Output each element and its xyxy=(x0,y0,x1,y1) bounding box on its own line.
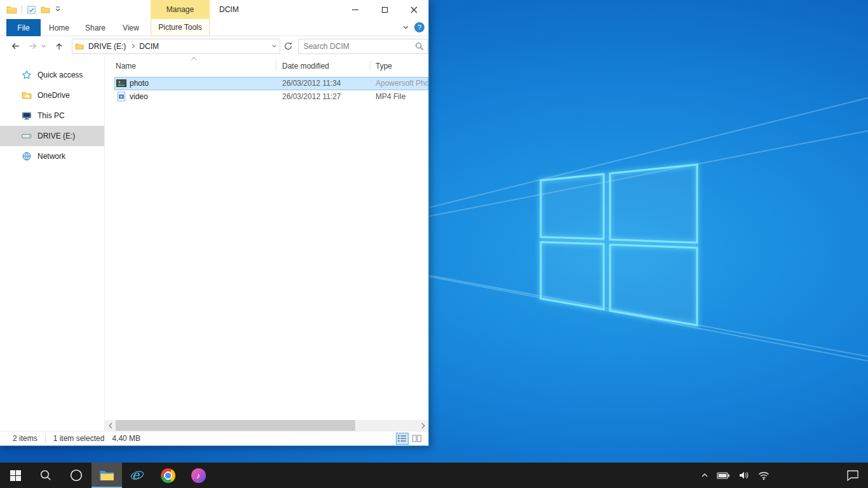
ribbon-tabs: File Home Share View Picture Tools ? xyxy=(0,19,428,36)
back-button[interactable] xyxy=(10,41,21,51)
breadcrumb-segment-drive[interactable]: DRIVE (E:) xyxy=(84,42,130,51)
sidebar-item-network[interactable]: Network xyxy=(0,146,104,166)
file-date-modified: 26/03/2012 11:27 xyxy=(282,92,341,101)
items-count: 2 items xyxy=(13,434,37,443)
large-icons-view-icon xyxy=(412,435,421,442)
recent-locations-chevron-icon[interactable] xyxy=(41,43,46,49)
cortana-icon xyxy=(69,468,83,482)
svg-text:e: e xyxy=(132,468,140,482)
breadcrumb-separator-icon[interactable] xyxy=(130,44,135,48)
ribbon-tab-file[interactable]: File xyxy=(6,19,41,36)
system-tray xyxy=(701,463,868,488)
sidebar-item-label: Network xyxy=(37,152,65,161)
internet-explorer-icon: e xyxy=(130,468,145,483)
chrome-button[interactable] xyxy=(153,463,183,488)
window-controls xyxy=(341,0,428,19)
forward-button[interactable] xyxy=(27,41,38,51)
taskbar-file-explorer-button[interactable] xyxy=(92,463,122,488)
navigation-pane: Quick access OneDrive This PC xyxy=(0,56,105,431)
file-explorer-icon xyxy=(99,469,114,482)
drive-icon xyxy=(22,131,32,141)
address-dropdown-chevron-icon[interactable] xyxy=(271,43,277,49)
quick-access-star-icon xyxy=(22,70,32,80)
wifi-icon[interactable] xyxy=(758,470,770,480)
large-icons-view-button[interactable] xyxy=(410,433,423,445)
sidebar-item-label: This PC xyxy=(37,111,65,120)
sidebar-item-onedrive[interactable]: OneDrive xyxy=(0,85,104,105)
file-date-modified: 26/03/2012 11:34 xyxy=(282,79,341,88)
up-button[interactable] xyxy=(54,41,64,51)
window-title: DCIM xyxy=(219,0,239,19)
ribbon-tab-manage[interactable]: Manage xyxy=(151,0,210,19)
ribbon-tab-view[interactable]: View xyxy=(116,19,146,36)
close-button[interactable] xyxy=(399,0,428,19)
minimize-button[interactable] xyxy=(341,0,370,19)
scrollbar-thumb[interactable] xyxy=(116,420,355,431)
column-header-type[interactable]: Type xyxy=(376,60,445,72)
maximize-button[interactable] xyxy=(370,0,399,19)
column-separator[interactable] xyxy=(276,60,276,71)
file-explorer-app-icon xyxy=(6,4,17,15)
file-type: Apowersoft Pho xyxy=(376,79,428,88)
qat-customize-chevron-icon[interactable] xyxy=(55,6,61,13)
search-box[interactable] xyxy=(298,39,428,54)
speaker-icon[interactable] xyxy=(738,470,750,480)
file-explorer-window: Manage DCIM File Home Share View Picture… xyxy=(0,0,429,446)
horizontal-scrollbar[interactable] xyxy=(105,420,428,431)
new-folder-qat-icon[interactable] xyxy=(41,5,50,15)
action-center-icon[interactable] xyxy=(846,470,859,481)
internet-explorer-button[interactable]: e xyxy=(122,463,153,488)
breadcrumb-segment-dcim[interactable]: DCIM xyxy=(135,42,163,51)
file-name: video xyxy=(130,92,148,101)
qat-separator xyxy=(22,5,22,14)
cortana-button[interactable] xyxy=(61,463,92,488)
sidebar-item-quick-access[interactable]: Quick access xyxy=(0,65,104,85)
taskbar: e ♪ xyxy=(0,463,868,488)
details-view-button[interactable] xyxy=(396,433,409,445)
onedrive-folder-icon xyxy=(22,90,32,100)
column-header-name[interactable]: Name xyxy=(116,60,268,72)
explorer-content: Quick access OneDrive This PC xyxy=(0,56,428,431)
itunes-icon: ♪ xyxy=(191,468,206,483)
location-folder-icon xyxy=(75,42,84,51)
desktop: Manage DCIM File Home Share View Picture… xyxy=(0,0,868,488)
file-row-video[interactable]: video 26/03/2012 11:27 MP4 File xyxy=(114,90,428,104)
selection-info: 1 item selected xyxy=(53,434,105,443)
ribbon-tab-home[interactable]: Home xyxy=(43,19,75,36)
ribbon-expand-chevron-icon[interactable] xyxy=(402,24,409,31)
taskbar-search-button[interactable] xyxy=(31,463,61,488)
sidebar-item-label: DRIVE (E:) xyxy=(37,132,75,140)
itunes-button[interactable]: ♪ xyxy=(183,463,214,488)
navigation-bar: DRIVE (E:) DCIM xyxy=(0,36,428,56)
file-row-photo[interactable]: photo 26/03/2012 11:34 Apowersoft Pho xyxy=(114,77,428,90)
help-icon[interactable]: ? xyxy=(414,22,424,32)
minimize-icon xyxy=(352,10,358,10)
photo-file-icon xyxy=(116,78,126,88)
file-name: photo xyxy=(130,79,149,88)
sidebar-item-drive-e[interactable]: DRIVE (E:) xyxy=(0,126,104,146)
ribbon-tab-picture-tools[interactable]: Picture Tools xyxy=(151,19,210,36)
maximize-icon xyxy=(382,7,388,13)
column-header-date-modified[interactable]: Date modified xyxy=(282,60,365,72)
address-bar[interactable]: DRIVE (E:) DCIM xyxy=(72,39,280,54)
battery-icon[interactable] xyxy=(717,470,730,480)
search-input[interactable] xyxy=(299,42,415,51)
column-separator[interactable] xyxy=(370,60,370,71)
start-icon xyxy=(10,470,21,481)
quick-access-toolbar xyxy=(6,0,61,19)
sidebar-item-label: Quick access xyxy=(37,71,83,79)
video-file-icon xyxy=(116,92,126,102)
status-bar: 2 items 1 item selected 4.40 MB xyxy=(0,431,428,445)
details-view-icon xyxy=(398,435,407,442)
title-bar[interactable]: Manage DCIM xyxy=(0,0,428,19)
properties-qat-icon[interactable] xyxy=(27,5,36,15)
status-separator xyxy=(45,434,46,443)
refresh-button[interactable] xyxy=(283,41,293,51)
tray-chevron-up-icon[interactable] xyxy=(701,472,709,478)
sidebar-item-this-pc[interactable]: This PC xyxy=(0,105,104,126)
scroll-right-icon[interactable] xyxy=(417,420,428,431)
ribbon-tab-share[interactable]: Share xyxy=(79,19,112,36)
start-button[interactable] xyxy=(0,463,31,488)
search-icon[interactable] xyxy=(415,42,424,51)
scroll-left-icon[interactable] xyxy=(105,420,116,431)
